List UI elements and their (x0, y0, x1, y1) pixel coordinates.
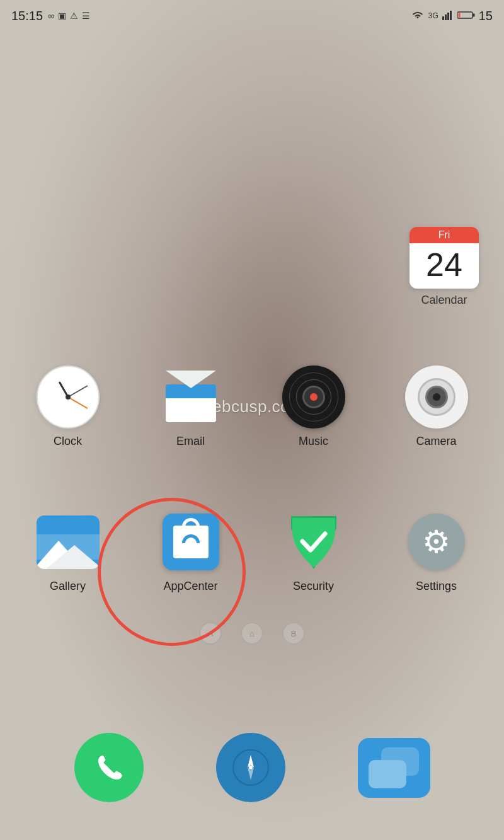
music-icon (282, 365, 345, 429)
phone-icon (92, 751, 126, 785)
settings-label: Settings (416, 580, 457, 593)
email-icon (159, 372, 222, 422)
clock-second-hand (67, 396, 88, 408)
nav-dot-home[interactable]: ⌂ (241, 622, 263, 645)
security-icon (285, 512, 342, 572)
gallery-mountains (37, 534, 100, 569)
security-app[interactable]: Security (263, 510, 364, 593)
appcenter-bag-arc (182, 534, 200, 543)
settings-app[interactable]: ⚙ Settings (386, 510, 487, 593)
appcenter-app[interactable]: AppCenter (140, 510, 241, 593)
sim-icon: ▣ (58, 11, 66, 21)
app-row-1: Clock Email Music (0, 365, 504, 448)
camera-icon-wrap (405, 365, 468, 429)
clock-app[interactable]: Clock (18, 365, 118, 448)
clock-icon-wrap (37, 365, 100, 429)
security-label: Security (293, 580, 334, 593)
signal-bars-icon (442, 10, 454, 22)
status-right: 3G 15 (411, 9, 493, 23)
calendar-day-name: Fri (410, 227, 479, 243)
calendar-day-number: 24 (410, 248, 479, 281)
calendar-widget[interactable]: Fri 24 Calendar (403, 227, 485, 307)
camera-lens-inner (425, 386, 448, 408)
gallery-label: Gallery (50, 580, 86, 593)
navigation-dock-item[interactable] (216, 733, 285, 802)
appcenter-icon (163, 514, 219, 570)
settings-icon: ⚙ (408, 514, 465, 570)
status-bar: 15:15 ∞ ▣ ⚠ ☰ 3G (0, 0, 504, 32)
music-ring-inner (296, 379, 331, 415)
svg-rect-7 (458, 13, 460, 17)
wifi-icon (411, 10, 425, 22)
camera-icon (405, 365, 468, 429)
status-icons: ∞ ▣ ⚠ ☰ (48, 11, 90, 21)
clock-icon (37, 365, 100, 429)
gallery-icon (37, 515, 100, 569)
gallery-mountain2 (46, 545, 100, 569)
compass-icon (232, 749, 270, 786)
calendar-label: Calendar (421, 294, 467, 307)
svg-rect-2 (447, 13, 449, 20)
battery-percent: 15 (479, 9, 493, 23)
email-flap (166, 371, 216, 388)
security-shield-svg (289, 514, 339, 570)
svg-point-11 (249, 766, 253, 769)
svg-rect-4 (452, 10, 454, 20)
camera-lens-dot (433, 393, 440, 401)
clock-label: Clock (54, 435, 82, 448)
message-bubble-2 (369, 760, 406, 788)
appcenter-label: AppCenter (163, 580, 217, 593)
gear-icon: ⚙ (422, 524, 450, 560)
alert-icon: ⚠ (70, 11, 78, 21)
settings-icon-wrap: ⚙ (405, 510, 468, 573)
svg-rect-6 (472, 13, 474, 16)
calendar-body: 24 (410, 243, 479, 289)
nav-dots: A ⌂ B (0, 622, 504, 645)
messages-icon (369, 747, 419, 788)
battery-icon (457, 11, 475, 21)
music-label: Music (299, 435, 328, 448)
music-icon-wrap (282, 365, 345, 429)
phone-dock-item[interactable] (74, 733, 144, 802)
email-label: Email (176, 435, 205, 448)
infinity-icon: ∞ (48, 11, 54, 21)
security-icon-wrap (282, 510, 345, 573)
music-app[interactable]: Music (263, 365, 364, 448)
email-app[interactable]: Email (140, 365, 241, 448)
email-icon-wrap (159, 365, 222, 429)
gallery-app[interactable]: Gallery (18, 510, 118, 593)
appcenter-icon-wrap (159, 510, 222, 573)
calendar-box: Fri 24 (410, 227, 479, 289)
status-time: 15:15 (11, 9, 43, 23)
camera-app[interactable]: Camera (386, 365, 487, 448)
appcenter-bag-handle (182, 518, 200, 529)
dock (0, 733, 504, 802)
nav-dot-b[interactable]: B (282, 622, 305, 645)
svg-rect-0 (442, 16, 444, 20)
svg-rect-1 (445, 14, 447, 20)
gallery-icon-wrap (37, 510, 100, 573)
signal-3g-icon: 3G (428, 11, 438, 20)
clock-center-dot (66, 394, 71, 400)
clock-minute-hand (67, 385, 88, 398)
nav-dot-a[interactable]: A (199, 622, 222, 645)
appcenter-bag (173, 526, 209, 558)
email-front (166, 398, 216, 422)
app-row-2: Gallery AppCenter Security (0, 510, 504, 593)
document-icon: ☰ (82, 11, 90, 21)
svg-rect-3 (450, 11, 452, 20)
camera-lens-outer (418, 378, 455, 416)
camera-label: Camera (416, 435, 456, 448)
status-left: 15:15 ∞ ▣ ⚠ ☰ (11, 9, 90, 23)
messages-dock-item[interactable] (358, 738, 430, 798)
